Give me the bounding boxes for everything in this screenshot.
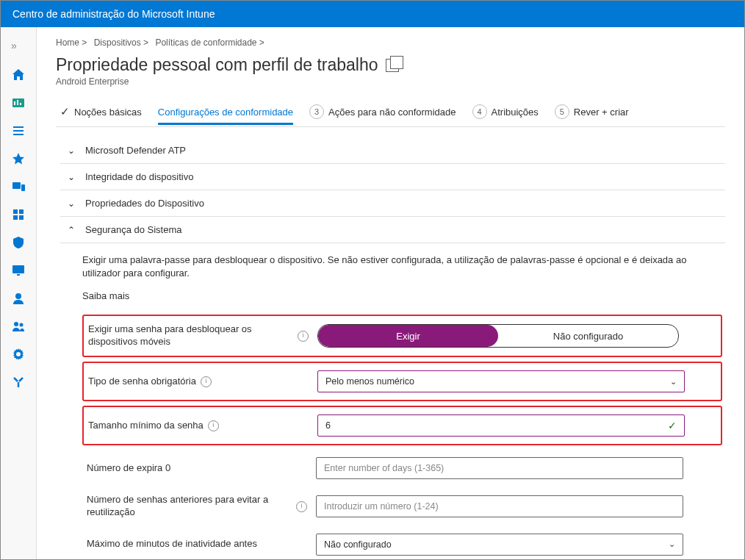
step-assignments[interactable]: 4 Atribuições [472,104,539,126]
svg-rect-8 [21,184,25,191]
wrench-icon [11,375,26,390]
min-length-value: 6 [325,420,331,431]
step-num-3: 3 [309,104,324,119]
breadcrumb-policies[interactable]: Políticas de conformidade > [155,37,264,48]
header-title: Centro de administração do Microsoft Int… [12,8,215,20]
info-icon[interactable]: i [201,376,212,387]
group-icon [11,319,26,334]
page-title: Propriedade pessoal com perfil de trabal… [56,55,378,75]
shield-icon [11,235,26,250]
toggle-not-configured[interactable]: Não configurado [498,325,678,347]
require-password-control: Exigir Não configurado [317,324,716,348]
accordion: ⌄ Microsoft Defender ATP ⌄ Integridade d… [60,137,725,559]
sidebar-groups[interactable] [4,312,33,340]
check-icon: ✓ [60,105,70,118]
sidebar-users[interactable] [4,284,33,312]
password-type-select[interactable]: Pelo menos numérico ⌄ [317,370,685,392]
body: » [1,27,744,559]
header-bar: Centro de administração do Microsoft Int… [1,1,744,27]
previous-placeholder: Introduzir um número (1-24) [324,501,439,511]
list-icon [11,123,26,138]
step-noncompliance[interactable]: 3 Ações para não conformidade [309,104,456,126]
section-properties[interactable]: ⌄ Propriedades do Dispositivo [60,190,725,217]
main-content: Home > Dispositivos > Políticas de confo… [37,27,744,559]
step-review[interactable]: 5 Rever + criar [555,104,629,126]
toggle-require[interactable]: Exigir [318,325,498,347]
inactivity-select[interactable]: Não configurado ⌄ [316,534,683,556]
svg-rect-5 [13,130,24,132]
inactivity-label: Máximo de minutos de inatividade antes [87,538,307,550]
svg-point-17 [20,323,24,327]
sidebar-dashboard[interactable] [4,89,33,117]
home-icon [11,68,26,82]
chevron-up-icon: ⌃ [68,225,76,235]
chevron-down-icon: ⌄ [669,539,675,549]
monitor-icon [11,263,26,278]
svg-rect-7 [12,182,21,189]
sidebar-tools[interactable] [4,368,33,396]
password-type-value: Pelo menos numérico [325,376,414,387]
svg-point-19 [16,352,21,356]
chevron-down-icon: ⌄ [68,172,76,182]
password-type-label: Tipo de senha obrigatória i [88,376,309,388]
svg-rect-10 [19,209,24,214]
svg-point-15 [15,293,21,299]
app-window: Centro de administração do Microsoft Int… [0,0,745,560]
info-icon[interactable]: i [298,331,309,342]
section-defender-label: Microsoft Defender ATP [85,145,186,156]
gear-icon [11,347,26,362]
step-basics-label: Noções básicas [74,107,142,118]
sidebar-list[interactable] [4,117,33,145]
svg-rect-9 [13,209,18,214]
svg-rect-11 [13,215,18,220]
svg-rect-4 [13,126,24,128]
step-compliance[interactable]: Configurações de conformidade [158,107,293,125]
svg-rect-14 [17,274,20,276]
sidebar-devices[interactable] [4,173,33,201]
expire-input[interactable]: Enter number of days (1-365) [316,457,683,479]
inactivity-value: Não configurado [324,539,392,550]
min-length-control: 6 ✓ [317,414,716,437]
learn-more-link[interactable]: Saiba mais [82,290,722,301]
section-integrity[interactable]: ⌄ Integridade do dispositivo [60,164,725,190]
sidebar-monitor[interactable] [4,256,33,284]
expand-icon: » [11,40,26,54]
sidebar-favorites[interactable] [4,145,33,173]
security-description: Exigir uma palavra-passe para desbloquea… [82,254,722,280]
sidebar-expand[interactable]: » [4,33,33,61]
step-basics[interactable]: ✓ Noções básicas [60,105,142,126]
svg-rect-13 [12,265,24,273]
svg-rect-12 [19,215,24,220]
info-icon[interactable]: i [208,420,219,431]
step-review-label: Rever + criar [574,107,629,118]
copy-icon[interactable] [386,59,399,72]
svg-rect-6 [13,134,24,135]
require-password-toggle[interactable]: Exigir Não configurado [317,324,679,348]
sidebar-apps[interactable] [4,201,33,229]
sidebar-settings[interactable] [4,340,33,368]
breadcrumb-home[interactable]: Home > [56,37,87,48]
sidebar-endpoint[interactable] [4,229,33,256]
previous-input[interactable]: Introduzir um número (1-24) [316,495,683,517]
breadcrumb-devices[interactable]: Dispositivos > [94,37,148,48]
step-num-4: 4 [472,104,487,119]
dashboard-icon [11,96,26,110]
section-integrity-label: Integridade do dispositivo [85,171,193,182]
step-noncompliance-label: Ações para não conformidade [328,107,456,118]
step-assignments-label: Atribuições [492,107,539,118]
row-password-type: Tipo de senha obrigatória i Pelo menos n… [82,362,722,401]
step-num-5: 5 [555,104,569,119]
section-security-label: Segurança do Sistema [85,224,182,235]
info-icon[interactable]: i [296,501,307,512]
breadcrumb: Home > Dispositivos > Políticas de confo… [56,37,725,48]
sidebar-home[interactable] [4,61,33,89]
star-icon [11,151,26,166]
section-security[interactable]: ⌃ Segurança do Sistema [60,217,725,243]
inactivity-control: Não configurado ⌄ [316,534,718,556]
section-defender[interactable]: ⌄ Microsoft Defender ATP [60,137,725,164]
expire-placeholder: Enter number of days (1-365) [324,463,444,473]
chevron-down-icon: ⌄ [68,146,76,156]
min-length-input[interactable]: 6 ✓ [317,414,685,437]
check-icon: ✓ [668,420,677,431]
svg-rect-3 [20,103,21,105]
